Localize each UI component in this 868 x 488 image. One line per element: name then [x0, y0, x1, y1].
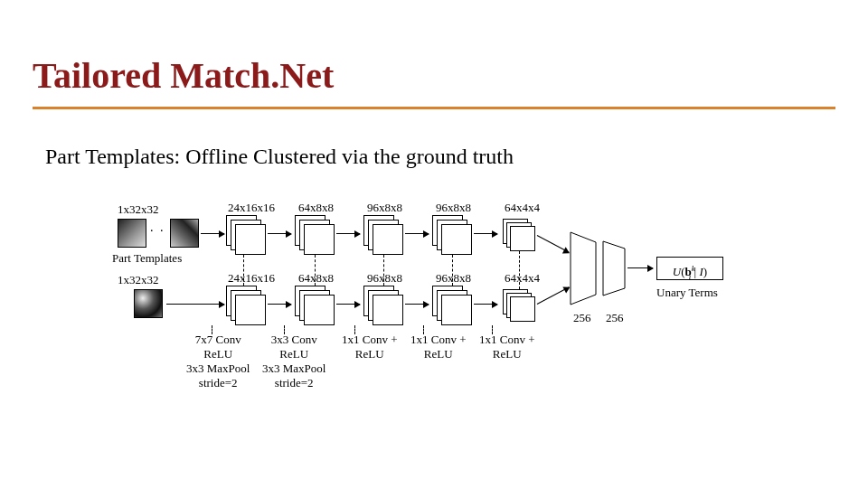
conv-desc-4: 1x1 Conv + ReLU — [410, 333, 467, 361]
fmap-size-1: 24x16x16 — [228, 201, 275, 215]
branch-tie-3 — [383, 255, 384, 286]
arrow-icon — [537, 235, 570, 253]
conv-desc-5: 1x1 Conv + ReLU — [479, 333, 535, 361]
top-input-size: 1x32x32 — [118, 202, 159, 217]
branch-tie-4 — [452, 255, 453, 286]
slide-title: Tailored Match.Net — [33, 54, 334, 97]
arrow-icon — [537, 286, 570, 305]
part-templates-label: Part Templates — [112, 251, 182, 266]
arrow-icon — [405, 233, 429, 234]
arrow-icon — [336, 304, 360, 305]
arrow-icon — [474, 233, 497, 234]
bottom-input-size: 1x32x32 — [118, 273, 159, 287]
fmap-size-5b: 64x4x4 — [505, 271, 540, 286]
fmap-size-3: 96x8x8 — [367, 201, 402, 215]
label-tie — [284, 325, 285, 334]
template-thumb-2 — [170, 219, 199, 248]
branch-tie-5 — [519, 251, 520, 289]
template-thumb-1 — [118, 219, 146, 248]
image-patch-thumb — [134, 289, 163, 318]
fc-layer-2-shape — [602, 240, 626, 296]
fmap-size-3b: 96x8x8 — [367, 271, 402, 286]
fc-layer-1-shape — [570, 231, 597, 305]
fc-size-1: 256 — [573, 311, 591, 325]
branch-tie-1 — [243, 255, 244, 286]
title-divider — [33, 107, 835, 109]
label-tie — [354, 325, 355, 334]
arrow-icon — [405, 304, 429, 305]
fmap-size-1b: 24x16x16 — [228, 271, 275, 286]
conv-desc-1: 7x7 Conv ReLU 3x3 MaxPool stride=2 — [186, 333, 250, 390]
matchnet-diagram: 1x32x32 · · · Part Templates 1x32x32 24x… — [118, 199, 778, 407]
arrow-icon — [627, 267, 653, 268]
arrow-icon — [336, 233, 360, 234]
branch-tie-2 — [315, 255, 316, 286]
svg-marker-0 — [571, 232, 596, 305]
output-unary-box: U(bki | I) — [656, 257, 723, 280]
conv-desc-2: 3x3 Conv ReLU 3x3 MaxPool stride=2 — [262, 333, 326, 390]
conv-desc-3: 1x1 Conv + ReLU — [342, 333, 398, 361]
arrow-icon — [166, 304, 224, 305]
slide-subtitle: Part Templates: Offline Clustered via th… — [45, 145, 514, 169]
arrow-icon — [268, 233, 291, 234]
fmap-size-4b: 96x8x8 — [436, 271, 471, 286]
label-tie — [423, 325, 424, 334]
svg-marker-1 — [603, 241, 625, 296]
arrow-icon — [474, 304, 497, 305]
fmap-size-5: 64x4x4 — [505, 201, 540, 215]
arrow-icon — [268, 304, 291, 305]
fc-size-2: 256 — [606, 311, 624, 325]
fmap-size-2b: 64x8x8 — [298, 271, 334, 286]
output-label: Unary Terms — [656, 286, 718, 300]
fmap-size-2: 64x8x8 — [298, 201, 334, 215]
label-tie — [492, 325, 493, 334]
label-tie — [212, 325, 212, 334]
arrow-icon — [201, 233, 224, 234]
fmap-size-4: 96x8x8 — [436, 201, 471, 215]
